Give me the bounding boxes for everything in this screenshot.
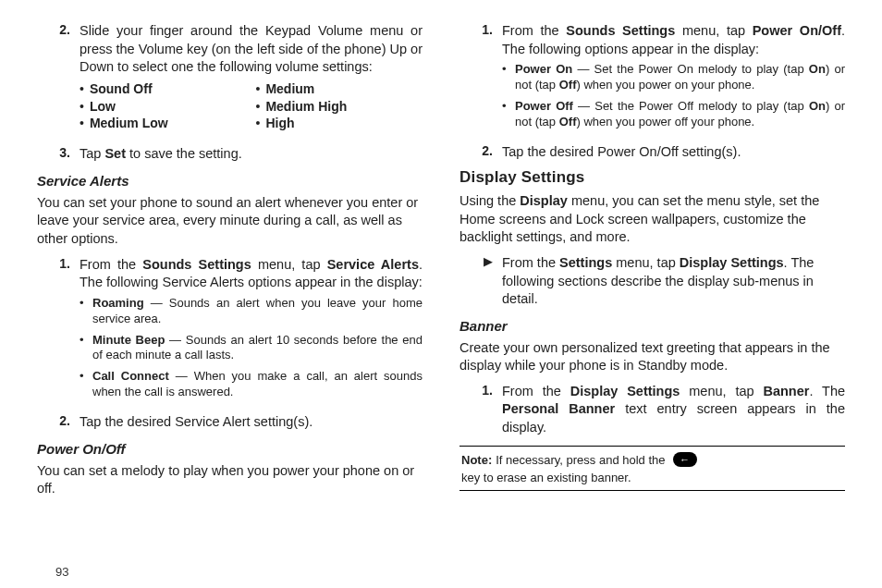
step-number: 3. [37, 145, 80, 164]
step-2-body: Slide your finger around the Keypad Volu… [80, 23, 423, 74]
step-2-text: Slide your finger around the Keypad Volu… [80, 22, 423, 138]
right-column: 1. From the Sounds Settings menu, tap Po… [459, 18, 845, 557]
volume-options-grid: •Sound Off •Medium •Low •Medium High •Me… [80, 80, 423, 133]
option-power-on: • Power On — Set the Power On melody to … [502, 62, 845, 93]
service-alerts-options: • Roaming — Sounds an alert when you lea… [80, 296, 423, 400]
power-onoff-heading: Power On/Off [37, 441, 423, 457]
backspace-key-icon: ← [673, 452, 697, 467]
sa-step-2-text: Tap the desired Service Alert setting(s)… [80, 413, 423, 432]
step-3: 3. Tap Set to save the setting. [37, 145, 423, 164]
step-number: 2. [37, 413, 80, 432]
power-step-1-text: From the Sounds Settings menu, tap Power… [502, 22, 845, 136]
step-number: 1. [459, 383, 502, 437]
vol-sound-off: •Sound Off [80, 80, 247, 98]
vol-medium-low: •Medium Low [80, 115, 247, 132]
display-settings-intro: Using the Display menu, you can set the … [459, 192, 845, 247]
power-step-2: 2. Tap the desired Power On/Off setting(… [459, 143, 845, 162]
step-3-text: Tap Set to save the setting. [80, 145, 423, 164]
steps-list: 2. Slide your finger around the Keypad V… [37, 22, 423, 164]
power-steps: 1. From the Sounds Settings menu, tap Po… [459, 22, 845, 161]
option-call-connect: • Call Connect — When you make a call, a… [80, 369, 423, 400]
service-alerts-heading: Service Alerts [37, 173, 423, 189]
step-2: 2. Slide your finger around the Keypad V… [37, 22, 423, 138]
note-lead: Note: [461, 453, 492, 467]
display-settings-nav-text: From the Settings menu, tap Display Sett… [502, 254, 845, 309]
sa-step-2: 2. Tap the desired Service Alert setting… [37, 413, 423, 432]
two-column-layout: 2. Slide your finger around the Keypad V… [37, 18, 845, 557]
step-number: 2. [459, 143, 502, 162]
set-label: Set [104, 146, 126, 161]
banner-step-1: 1. From the Display Settings menu, tap B… [459, 383, 845, 437]
option-power-off: • Power Off — Set the Power Off melody t… [502, 99, 845, 130]
service-alerts-steps: 1. From the Sounds Settings menu, tap Se… [37, 256, 423, 432]
power-step-1: 1. From the Sounds Settings menu, tap Po… [459, 22, 845, 136]
note-pre: If necessary, press and hold the [496, 453, 665, 467]
option-minute-beep: • Minute Beep — Sounds an alert 10 secon… [80, 333, 423, 364]
vol-medium-high: •Medium High [256, 98, 423, 116]
banner-steps: 1. From the Display Settings menu, tap B… [459, 383, 845, 437]
power-step-2-text: Tap the desired Power On/Off setting(s). [502, 143, 845, 162]
page-number: 93 [55, 565, 845, 579]
sa-step-1-text: From the Sounds Settings menu, tap Servi… [80, 256, 423, 406]
erase-banner-note: Note: If necessary, press and hold the ←… [459, 446, 845, 491]
step-number: 1. [37, 256, 80, 406]
banner-intro: Create your own personalized text greeti… [459, 339, 845, 375]
arrow-icon: ▶ [459, 254, 502, 309]
service-alerts-intro: You can set your phone to sound an alert… [37, 194, 423, 249]
banner-heading: Banner [459, 318, 845, 334]
manual-page: 2. Slide your finger around the Keypad V… [0, 0, 882, 588]
power-onoff-intro: You can set a melody to play when you po… [37, 462, 423, 498]
power-options: • Power On — Set the Power On melody to … [502, 62, 845, 130]
sa-step-1: 1. From the Sounds Settings menu, tap Se… [37, 256, 423, 406]
left-column: 2. Slide your finger around the Keypad V… [37, 18, 423, 557]
vol-low: •Low [80, 98, 247, 116]
step-number: 2. [37, 22, 80, 138]
display-settings-heading: Display Settings [459, 168, 845, 187]
option-roaming: • Roaming — Sounds an alert when you lea… [80, 296, 423, 327]
display-settings-nav: ▶ From the Settings menu, tap Display Se… [459, 254, 845, 309]
vol-medium: •Medium [256, 80, 423, 98]
step-number: 1. [459, 22, 502, 136]
vol-high: •High [256, 115, 423, 132]
note-post: key to erase an existing banner. [461, 471, 631, 484]
banner-step-1-text: From the Display Settings menu, tap Bann… [502, 383, 845, 437]
